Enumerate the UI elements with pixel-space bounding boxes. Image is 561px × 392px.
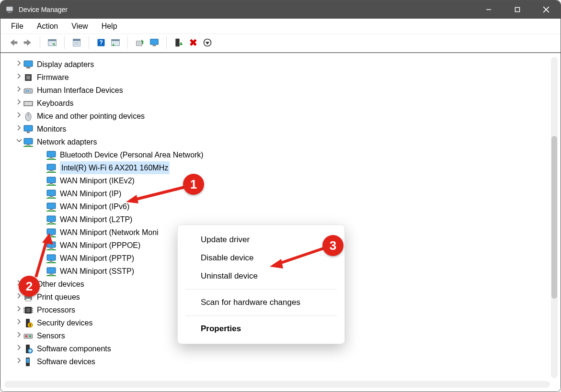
uninstall-device-button[interactable]: ✖ xyxy=(186,36,200,49)
annotation-badge-1: 1 xyxy=(183,174,204,195)
svg-rect-7 xyxy=(48,39,57,41)
forward-button[interactable] xyxy=(21,36,35,49)
titlebar: Device Manager xyxy=(0,0,561,19)
toolbar: ? ✖ xyxy=(0,34,561,53)
down-button[interactable] xyxy=(200,36,215,49)
update-driver-button[interactable] xyxy=(133,36,147,49)
svg-marker-30 xyxy=(270,259,283,269)
svg-rect-9 xyxy=(73,39,80,41)
minimize-button[interactable] xyxy=(474,0,503,19)
svg-rect-1 xyxy=(8,12,11,13)
svg-marker-28 xyxy=(42,233,53,245)
svg-rect-19 xyxy=(150,39,159,45)
svg-marker-26 xyxy=(126,195,138,203)
monitor-button[interactable] xyxy=(147,36,161,49)
annotation-badge-3: 3 xyxy=(322,235,343,256)
svg-rect-3 xyxy=(515,8,520,12)
content-area: Display adaptersFirmwareHuman Interface … xyxy=(0,53,561,392)
menubar: File Action View Help xyxy=(0,19,561,34)
svg-marker-18 xyxy=(141,39,144,42)
annotation-badge-2: 2 xyxy=(19,276,40,297)
svg-line-27 xyxy=(36,238,47,277)
svg-line-25 xyxy=(131,187,184,201)
svg-rect-15 xyxy=(112,39,120,41)
menu-file[interactable]: File xyxy=(4,20,30,33)
close-button[interactable] xyxy=(532,0,561,19)
svg-rect-17 xyxy=(137,41,142,46)
svg-rect-0 xyxy=(6,7,13,11)
svg-rect-20 xyxy=(153,45,156,46)
annotation-arrows xyxy=(1,56,557,392)
app-icon xyxy=(5,5,14,14)
maximize-button[interactable] xyxy=(503,0,532,19)
menu-help[interactable]: Help xyxy=(95,20,124,33)
svg-rect-21 xyxy=(175,39,179,47)
help-button[interactable]: ? xyxy=(94,36,108,49)
show-hidden-button[interactable] xyxy=(45,36,59,49)
properties-button[interactable] xyxy=(69,36,84,49)
window-title: Device Manager xyxy=(19,6,68,13)
enable-device-button[interactable] xyxy=(172,36,186,49)
svg-text:?: ? xyxy=(99,39,103,46)
svg-marker-24 xyxy=(206,42,209,45)
scan-hardware-button[interactable] xyxy=(108,36,123,49)
svg-marker-22 xyxy=(180,42,183,45)
menu-view[interactable]: View xyxy=(65,20,94,33)
back-button[interactable] xyxy=(6,36,21,49)
device-manager-window: Device Manager File Action View Help xyxy=(0,0,561,392)
menu-action[interactable]: Action xyxy=(30,20,65,33)
svg-line-29 xyxy=(275,248,323,265)
